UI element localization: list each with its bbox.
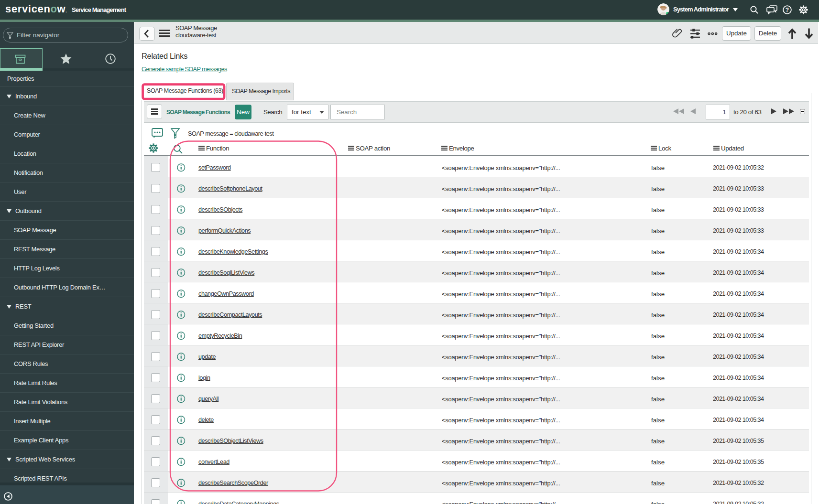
- svg-text:?: ?: [786, 7, 789, 13]
